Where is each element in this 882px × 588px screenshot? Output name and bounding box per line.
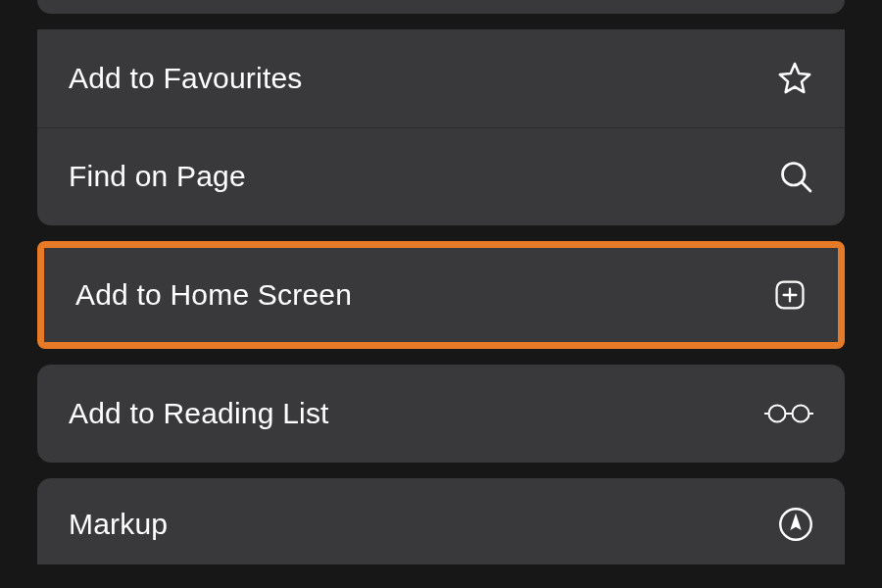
menu-item-label: Add to Favourites	[69, 62, 303, 95]
markup-icon	[778, 507, 813, 542]
menu-item-find-on-page[interactable]: Find on Page	[37, 127, 845, 225]
previous-group-peek	[37, 0, 845, 14]
plus-square-icon	[773, 278, 807, 312]
menu-item-markup[interactable]: Markup	[37, 478, 845, 564]
star-icon	[776, 60, 813, 97]
menu-item-label: Find on Page	[69, 160, 246, 193]
menu-item-add-to-home-screen[interactable]: Add to Home Screen	[44, 248, 838, 342]
menu-group-1: Add to Favourites Find on Page	[37, 29, 845, 225]
menu-item-add-to-reading-list[interactable]: Add to Reading List	[37, 365, 845, 463]
menu-item-label: Add to Reading List	[69, 397, 329, 430]
menu-item-add-to-favourites[interactable]: Add to Favourites	[37, 29, 845, 127]
menu-group-2: Add to Reading List	[37, 365, 845, 463]
svg-point-6	[793, 406, 809, 422]
search-icon	[778, 159, 813, 194]
svg-point-5	[769, 406, 786, 422]
highlight-box: Add to Home Screen	[37, 241, 845, 349]
menu-group-3: Markup	[37, 478, 845, 564]
glasses-icon	[764, 399, 813, 428]
menu-item-label: Add to Home Screen	[75, 278, 352, 312]
menu-item-label: Markup	[69, 508, 168, 541]
svg-line-1	[802, 182, 810, 191]
